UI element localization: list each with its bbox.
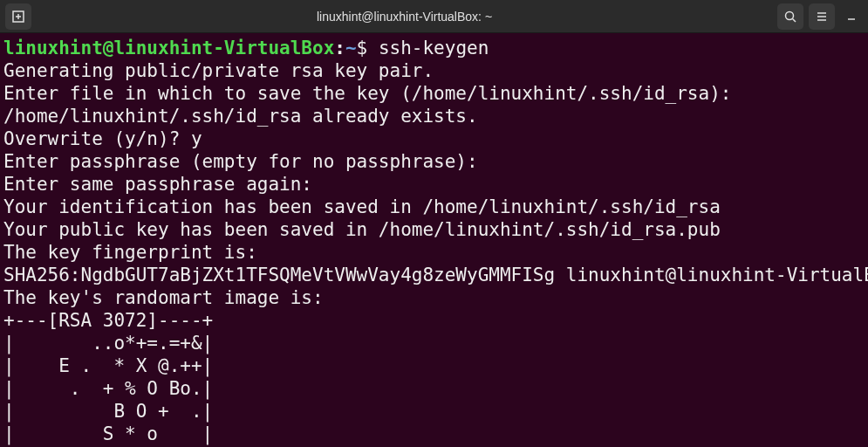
command-text: ssh-keygen	[379, 38, 489, 58]
window-titlebar: linuxhint@linuxhint-VirtualBox: ~	[0, 0, 868, 33]
output-line: | ..o*+=.=+&|	[3, 333, 213, 354]
output-line: | E . * X @.++|	[3, 355, 213, 376]
svg-line-4	[793, 18, 796, 22]
hamburger-icon	[815, 10, 829, 24]
output-line: Your identification has been saved in /h…	[3, 196, 721, 217]
prompt-colon: :	[334, 38, 345, 58]
output-line: SHA256:NgdbGUT7aBjZXt1TFSQMeVtVWwVay4g8z…	[3, 265, 868, 285]
new-tab-button[interactable]	[5, 3, 31, 30]
output-line: The key fingerprint is:	[3, 242, 257, 263]
search-button[interactable]	[777, 3, 803, 30]
search-icon	[783, 10, 797, 24]
output-line: Your public key has been saved in /home/…	[3, 219, 721, 240]
output-line: | S * o |	[3, 423, 213, 444]
prompt-dollar: $	[357, 38, 379, 58]
minimize-button[interactable]	[840, 5, 863, 28]
prompt-user-host: linuxhint@linuxhint-VirtualBox	[3, 38, 334, 58]
output-line: /home/linuxhint/.ssh/id_rsa already exis…	[3, 106, 478, 127]
terminal-output[interactable]: linuxhint@linuxhint-VirtualBox:~$ ssh-ke…	[0, 33, 868, 447]
output-line: Enter file in which to save the key (/ho…	[3, 83, 731, 104]
minimize-icon	[845, 10, 858, 23]
output-line: | . + % O Bo.|	[3, 378, 213, 399]
output-line: Generating public/private rsa key pair.	[3, 60, 434, 81]
prompt-path: ~	[345, 38, 357, 58]
output-line: Enter same passphrase again:	[3, 174, 312, 195]
output-line: Overwrite (y/n)? y	[3, 128, 202, 149]
output-line: Enter passphrase (empty for no passphras…	[3, 151, 478, 172]
svg-point-3	[786, 11, 794, 19]
window-title: linuxhint@linuxhint-VirtualBox: ~	[37, 10, 772, 24]
menu-button[interactable]	[809, 3, 835, 30]
output-line: +---[RSA 3072]----+	[3, 310, 213, 331]
new-tab-icon	[11, 10, 25, 24]
output-line: | B O + .|	[3, 401, 213, 422]
output-line: The key's randomart image is:	[3, 287, 324, 308]
